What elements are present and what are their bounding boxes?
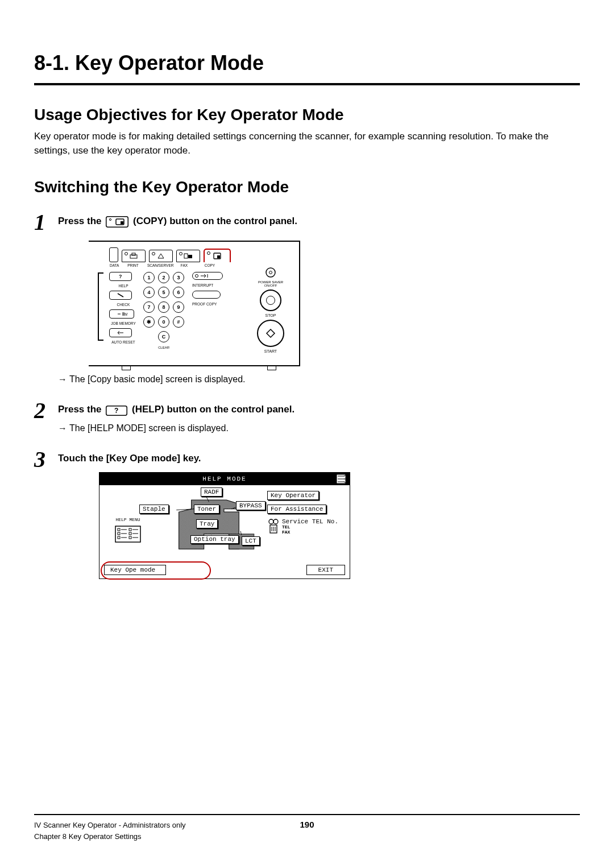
exit-button: EXIT (306, 565, 345, 575)
key-7: 7 (143, 301, 155, 313)
autoreset-icon (117, 330, 125, 336)
key-1: 1 (143, 272, 155, 283)
step-2-post: (HELP) button on the control panel. (132, 404, 294, 415)
check-label: CHECK (109, 303, 138, 307)
help-menu-label: HELP MENU (115, 517, 140, 522)
svg-text:?: ? (114, 407, 118, 415)
help-mode-title: HELP MODE (202, 476, 246, 482)
jobmem-icon: M (116, 311, 127, 317)
svg-point-13 (269, 271, 272, 274)
lct-button: LCT (242, 536, 260, 545)
help-mode-screenshot: HELP MODE HELP MENU (99, 472, 580, 579)
option-tray-button: Option tray (190, 535, 239, 544)
svg-rect-19 (118, 532, 120, 535)
step-1-result-text: The [Copy basic mode] screen is displaye… (69, 374, 245, 384)
stop-label: STOP (265, 313, 276, 317)
step-1-number: 1 (34, 211, 58, 234)
help-button-icon: ? (106, 406, 127, 419)
scan-label: SCAN/SERVER (147, 263, 170, 267)
fax-label-small: FAX (282, 530, 290, 535)
bypass-button: BYPASS (236, 501, 265, 510)
step-3-number: 3 (34, 448, 58, 471)
copy-tab-highlighted (204, 249, 231, 262)
switch-subhead: Switching the Key Operator Mode (34, 178, 580, 196)
svg-point-28 (269, 519, 273, 524)
svg-point-1 (110, 219, 111, 221)
copy-button-icon (106, 216, 128, 230)
service-icon (267, 518, 280, 534)
scan-tab (149, 250, 173, 262)
svg-rect-21 (129, 528, 131, 531)
step-1-result: → The [Copy basic mode] screen is displa… (58, 374, 580, 385)
radf-button: RADF (201, 487, 222, 497)
usage-body: Key operator mode is for making detailed… (34, 130, 580, 158)
jobmem-label: JOB MEMORY (109, 321, 138, 325)
key-4: 4 (143, 287, 155, 298)
step-3: 3 Touch the [Key Ope mode] key. HELP MOD… (34, 448, 580, 579)
page-number: 190 (300, 820, 314, 829)
control-panel-illustration: DATA PRINT SCAN/SERVER FAX COPY ? HELP (99, 241, 580, 366)
key-0: 0 (158, 316, 169, 328)
start-icon (265, 328, 276, 338)
step-1: 1 Press the (COPY) button on the control… (34, 211, 580, 385)
option-tray-label: Option tray (194, 536, 235, 543)
step-2-result-text: The [HELP MODE] screen is displayed. (69, 423, 229, 433)
interrupt-button (192, 272, 223, 280)
svg-rect-23 (129, 536, 131, 539)
step-2-pre: Press the (58, 404, 104, 415)
check-button (109, 291, 132, 300)
key-6: 6 (173, 287, 184, 298)
svg-rect-3 (121, 221, 123, 224)
staple-button: Staple (139, 505, 169, 514)
key-ope-mode-button: Key Ope mode (104, 565, 166, 575)
svg-rect-18 (118, 528, 120, 531)
panel-screen-stub (109, 247, 118, 262)
step-2-instruction: Press the ? (HELP) button on the control… (58, 404, 580, 419)
svg-rect-7 (188, 255, 192, 258)
fax-tab (176, 250, 200, 262)
key-9: 9 (173, 301, 184, 313)
print-tab (122, 250, 146, 262)
help-title-icon (336, 474, 346, 484)
key-star: ✱ (143, 316, 155, 328)
step-1-pre: Press the (58, 216, 104, 226)
proof-button (192, 291, 221, 299)
numeric-keypad: 1 2 3 4 5 6 7 8 9 ✱ 0 # (143, 272, 184, 357)
key-2: 2 (158, 272, 169, 283)
help-menu-icon (115, 526, 141, 543)
step-1-post: (COPY) button on the control panel. (133, 216, 297, 226)
usage-subhead: Usage Objectives for Key Operator Mode (34, 106, 580, 124)
jobmem-button: M (109, 309, 134, 319)
step-2-result: → The [HELP MODE] screen is displayed. (58, 423, 580, 433)
power-saver-icon (265, 267, 276, 278)
copy-icon (213, 252, 222, 260)
key-hash: # (173, 316, 184, 328)
help-label: HELP (109, 284, 138, 288)
clear-label: CLEAR (158, 346, 169, 357)
step-3-instruction: Touch the [Key Ope mode] key. (58, 453, 580, 464)
section-title: 8-1. Key Operator Mode (34, 51, 580, 85)
autoreset-button (109, 328, 132, 337)
key-3: 3 (173, 272, 184, 283)
start-button (257, 320, 284, 347)
svg-point-12 (266, 268, 275, 277)
footer-line-1: IV Scanner Key Operator - Administrators… (34, 820, 186, 831)
svg-rect-6 (184, 254, 188, 258)
toner-button: Toner (194, 505, 219, 514)
svg-rect-20 (118, 536, 120, 539)
svg-rect-22 (129, 532, 131, 535)
svg-text:?: ? (119, 274, 122, 279)
help-icon: ? (117, 274, 125, 279)
step-2: 2 Press the ? (HELP) button on the contr… (34, 399, 580, 433)
footer-line-2: Chapter 8 Key Operator Settings (34, 831, 186, 842)
interrupt-icon (200, 274, 209, 278)
power-label: POWER SAVER ON/OFF (258, 280, 283, 287)
help-button: ? (109, 272, 132, 281)
print-label: PRINT (122, 263, 144, 267)
fax-icon (184, 253, 193, 259)
interrupt-label: INTERRUPT (192, 283, 213, 287)
svg-rect-9 (217, 255, 220, 258)
service-tel-label: Service TEL No. (282, 518, 338, 525)
proof-label: PROOF COPY (192, 302, 217, 306)
print-icon (130, 253, 138, 259)
